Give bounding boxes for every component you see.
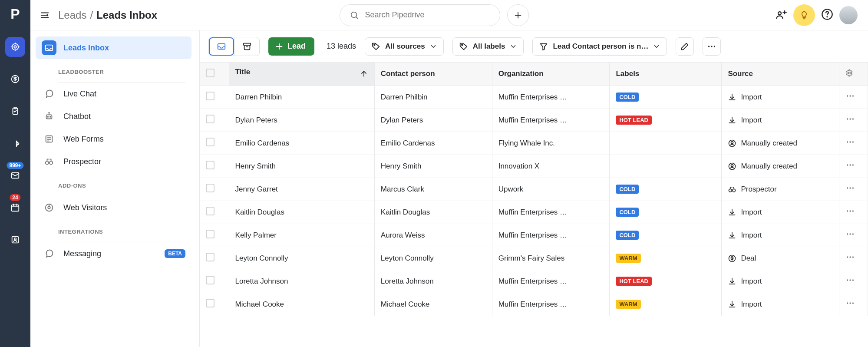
cell-contact[interactable]: Emilio Cardenas	[374, 132, 492, 155]
cell-source[interactable]: Manually created	[722, 155, 839, 178]
cell-contact[interactable]: Henry Smith	[374, 155, 492, 178]
cell-labels[interactable]: COLD	[610, 201, 722, 224]
col-organization[interactable]: Organization	[492, 63, 610, 86]
cell-contact[interactable]: Marcus Clark	[374, 178, 492, 201]
cell-title[interactable]: Jenny Garret	[229, 178, 374, 201]
cell-source[interactable]: Manually created	[722, 132, 839, 155]
sidebar-toggle[interactable]	[38, 9, 51, 22]
cell-title[interactable]: Loretta Johnson	[229, 270, 374, 293]
table-row[interactable]: Darren PhilbinDarren PhilbinMuffin Enter…	[200, 86, 868, 109]
nav-projects[interactable]	[5, 101, 25, 121]
row-actions[interactable]	[839, 247, 868, 270]
filter-custom[interactable]: Lead Contact person is n…	[532, 37, 667, 56]
row-checkbox[interactable]	[200, 293, 229, 316]
cell-labels[interactable]: WARM	[610, 293, 722, 316]
row-checkbox[interactable]	[200, 247, 229, 270]
cell-org[interactable]: Muffin Enterprises …	[492, 293, 610, 316]
search-box[interactable]	[340, 4, 500, 26]
cell-org[interactable]: Muffin Enterprises …	[492, 86, 610, 109]
invite-button[interactable]	[775, 8, 787, 22]
table-row[interactable]: Kelly PalmerAurora WeissMuffin Enterpris…	[200, 224, 868, 247]
row-checkbox[interactable]	[200, 224, 229, 247]
cell-source[interactable]: Import	[722, 201, 839, 224]
cell-org[interactable]: Muffin Enterprises …	[492, 224, 610, 247]
cell-org[interactable]: Flying Whale Inc.	[492, 132, 610, 155]
sidebar-item-web-visitors[interactable]: Web Visitors	[36, 196, 191, 219]
cell-title[interactable]: Kelly Palmer	[229, 224, 374, 247]
row-actions[interactable]	[839, 224, 868, 247]
col-source[interactable]: Source	[722, 63, 839, 86]
table-row[interactable]: Dylan PetersDylan PetersMuffin Enterpris…	[200, 109, 868, 132]
cell-labels[interactable]: HOT LEAD	[610, 270, 722, 293]
cell-title[interactable]: Henry Smith	[229, 155, 374, 178]
row-checkbox[interactable]	[200, 155, 229, 178]
cell-labels[interactable]: COLD	[610, 178, 722, 201]
cell-org[interactable]: Muffin Enterprises …	[492, 270, 610, 293]
cell-contact[interactable]: Aurora Weiss	[374, 224, 492, 247]
logo[interactable]: P	[10, 6, 20, 22]
col-settings[interactable]	[839, 63, 868, 86]
row-checkbox[interactable]	[200, 270, 229, 293]
table-row[interactable]: Leyton ConnollyLeyton ConnollyGrimm's Fa…	[200, 247, 868, 270]
row-actions[interactable]	[839, 109, 868, 132]
search-input[interactable]	[365, 10, 490, 20]
cell-title[interactable]: Dylan Peters	[229, 109, 374, 132]
cell-source[interactable]: Import	[722, 109, 839, 132]
sidebar-item-web-forms[interactable]: Web Forms	[36, 128, 191, 150]
nav-activities[interactable]: 24	[5, 198, 25, 218]
cell-labels[interactable]	[610, 155, 722, 178]
cell-title[interactable]: Michael Cooke	[229, 293, 374, 316]
table-row[interactable]: Loretta JohnsonLoretta JohnsonMuffin Ent…	[200, 270, 868, 293]
table-row[interactable]: Jenny GarretMarcus ClarkUpworkCOLDProspe…	[200, 178, 868, 201]
cell-contact[interactable]: Michael Cooke	[374, 293, 492, 316]
add-lead-button[interactable]: Lead	[268, 37, 314, 56]
cell-contact[interactable]: Darren Philbin	[374, 86, 492, 109]
cell-title[interactable]: Leyton Connolly	[229, 247, 374, 270]
row-checkbox[interactable]	[200, 109, 229, 132]
help-button[interactable]	[821, 8, 833, 22]
cell-org[interactable]: Muffin Enterprises …	[492, 201, 610, 224]
cell-org[interactable]: Grimm's Fairy Sales	[492, 247, 610, 270]
table-row[interactable]: Emilio CardenasEmilio CardenasFlying Wha…	[200, 132, 868, 155]
cell-labels[interactable]: COLD	[610, 86, 722, 109]
table-row[interactable]: Henry SmithHenry SmithInnovation XManual…	[200, 155, 868, 178]
avatar[interactable]	[839, 6, 858, 24]
cell-labels[interactable]: HOT LEAD	[610, 109, 722, 132]
sidebar-item-messaging[interactable]: MessagingBETA	[36, 242, 191, 265]
cell-title[interactable]: Kaitlin Douglas	[229, 201, 374, 224]
cell-contact[interactable]: Kaitlin Douglas	[374, 201, 492, 224]
filter-sources[interactable]: All sources	[365, 37, 444, 56]
sales-assistant-button[interactable]	[793, 4, 815, 26]
col-contact-person[interactable]: Contact person	[374, 63, 492, 86]
sidebar-item-chatbot[interactable]: Chatbot	[36, 105, 191, 128]
select-all-header[interactable]	[200, 63, 229, 86]
filter-labels[interactable]: All labels	[452, 37, 524, 56]
col-title[interactable]: Title	[229, 63, 374, 86]
table-row[interactable]: Kaitlin DouglasKaitlin DouglasMuffin Ent…	[200, 201, 868, 224]
row-actions[interactable]	[839, 270, 868, 293]
nav-deals[interactable]	[5, 69, 25, 89]
sidebar-item-live-chat[interactable]: Live Chat	[36, 83, 191, 105]
cell-labels[interactable]: WARM	[610, 247, 722, 270]
row-checkbox[interactable]	[200, 178, 229, 201]
breadcrumb-parent[interactable]: Leads	[58, 9, 86, 21]
cell-source[interactable]: Import	[722, 293, 839, 316]
cell-title[interactable]: Emilio Cardenas	[229, 132, 374, 155]
nav-mail[interactable]: 999+	[5, 165, 25, 185]
cell-source[interactable]: Prospector	[722, 178, 839, 201]
row-actions[interactable]	[839, 155, 868, 178]
row-actions[interactable]	[839, 201, 868, 224]
col-labels[interactable]: Labels	[610, 63, 722, 86]
quick-add-button[interactable]	[507, 4, 529, 26]
cell-source[interactable]: Import	[722, 224, 839, 247]
cell-contact[interactable]: Dylan Peters	[374, 109, 492, 132]
nav-campaigns[interactable]	[5, 133, 25, 153]
more-button[interactable]	[703, 37, 721, 56]
row-checkbox[interactable]	[200, 132, 229, 155]
row-actions[interactable]	[839, 86, 868, 109]
view-inbox[interactable]	[209, 37, 234, 56]
row-checkbox[interactable]	[200, 201, 229, 224]
row-actions[interactable]	[839, 293, 868, 316]
view-archive[interactable]	[234, 37, 259, 56]
nav-leads[interactable]	[5, 37, 25, 57]
